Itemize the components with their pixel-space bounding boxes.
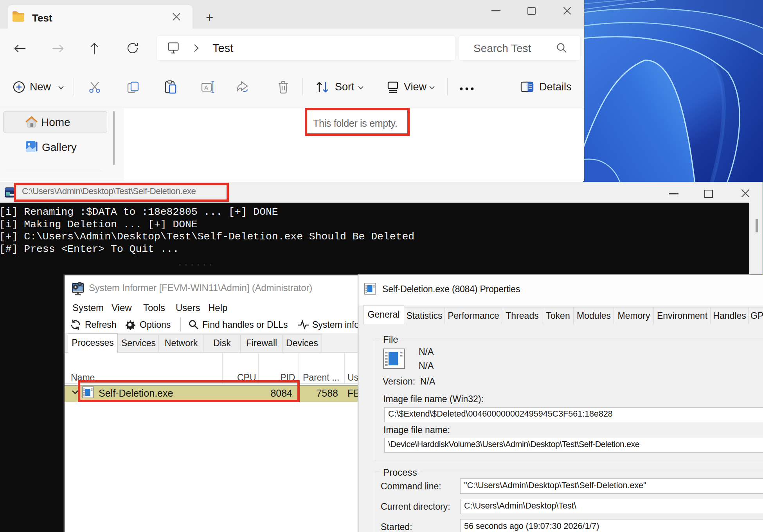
svg-text:A: A xyxy=(204,84,208,91)
